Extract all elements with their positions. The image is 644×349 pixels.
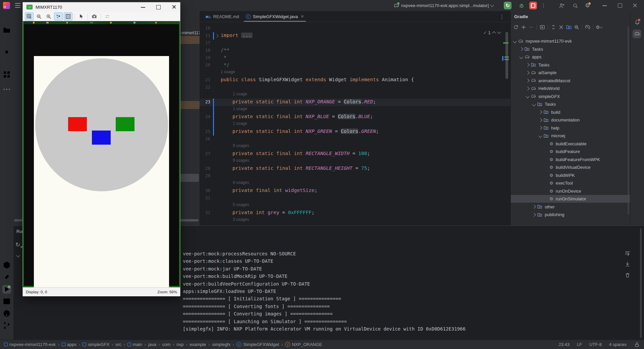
code-with-me-users-icon[interactable]	[559, 3, 565, 10]
chevron-down-icon[interactable]	[526, 94, 529, 98]
collapse-all-icon[interactable]	[558, 24, 564, 30]
services-icon[interactable]	[2, 261, 11, 269]
editor-options-icon[interactable]: ⋮	[499, 14, 504, 20]
code-line[interactable]: 10	[200, 25, 511, 32]
debug-button[interactable]	[518, 2, 525, 9]
tab-README.md[interactable]: M↓README.md	[202, 11, 243, 22]
gradle-stripe-button[interactable]	[633, 30, 641, 38]
gradle-node-apps[interactable]: apps	[511, 53, 630, 61]
settings-icon[interactable]: ⚙	[596, 24, 602, 30]
encoding-widget[interactable]: UTF-8	[589, 342, 602, 347]
window-close-button[interactable]	[633, 3, 637, 8]
gradle-node-help[interactable]: help	[511, 124, 630, 132]
chevron-right-icon[interactable]	[538, 118, 542, 122]
chevron-right-icon[interactable]	[519, 47, 523, 51]
prev-problem-icon[interactable]	[492, 31, 496, 35]
next-problem-icon[interactable]	[497, 30, 501, 34]
chevron-down-icon[interactable]	[538, 134, 542, 138]
chevron-right-icon[interactable]	[526, 79, 529, 82]
clear-icon[interactable]	[625, 272, 631, 278]
gradle-node-documentation[interactable]: documentation	[511, 116, 630, 124]
zoom-region-icon[interactable]	[25, 12, 34, 20]
code-line[interactable]: 22	[200, 84, 511, 91]
terminal-icon[interactable]	[2, 297, 11, 306]
code-line[interactable]: 24 private static final int NXP_BLUE = C…	[200, 113, 511, 121]
code-line[interactable]: 29	[200, 172, 511, 180]
screenshot-icon[interactable]	[90, 12, 99, 20]
chevron-right-icon[interactable]	[532, 205, 536, 208]
chevron-down-icon[interactable]	[519, 55, 523, 59]
gradle-node-Tasks[interactable]: Tasks	[511, 100, 630, 108]
code-line[interactable]: 18/**	[200, 47, 511, 54]
breadcrumb-item[interactable]: com	[162, 342, 171, 347]
project-folder-icon[interactable]	[2, 26, 11, 35]
code-line[interactable]: 21public class SimpleGFXWidget extends W…	[200, 77, 511, 84]
console-scrollbar[interactable]	[640, 229, 642, 338]
breadcrumb-item[interactable]: simplegfx	[212, 342, 230, 347]
code-line[interactable]: 32 private int grey = 0xFFFFFF;	[200, 209, 511, 217]
sim-minimize-button[interactable]	[141, 7, 145, 8]
chevron-right-icon[interactable]	[526, 87, 529, 90]
code-editor[interactable]: 1011import ...1718/**19 *20 */1 usage21p…	[200, 22, 511, 226]
build-icon[interactable]	[2, 273, 11, 282]
code-line[interactable]: 26	[200, 136, 511, 143]
gradle-node-Tasks[interactable]: Tasks	[511, 61, 630, 69]
run-icon[interactable]	[2, 285, 11, 294]
sim-close-button[interactable]	[172, 5, 176, 9]
gradle-node-build[interactable]: build	[511, 108, 630, 116]
soft-wrap-icon[interactable]	[625, 250, 631, 256]
breadcrumb-item[interactable]: fNXP_ORANGE	[285, 342, 322, 347]
offline-mode-icon[interactable]	[585, 24, 591, 30]
branch-icon[interactable]	[2, 321, 11, 330]
remove-icon[interactable]	[528, 24, 534, 30]
gradle-node-nxpvee-mimxrt1170-evk[interactable]: nxpvee-mimxrt1170-evk	[511, 37, 630, 45]
main-menu-icon[interactable]	[15, 3, 20, 8]
lock-icon[interactable]	[634, 342, 640, 348]
breadcrumb-item[interactable]: simpleGFX	[83, 342, 109, 347]
editor-scrollbar[interactable]	[505, 32, 508, 79]
run-task-icon[interactable]	[539, 24, 545, 30]
gradle-node-buildExecutable[interactable]: ⚙buildExecutable	[511, 140, 630, 148]
problems-icon[interactable]	[2, 309, 11, 318]
code-line[interactable]: 27 private static final int RECTANGLE_WI…	[200, 150, 511, 158]
gradle-node-other[interactable]: other	[511, 203, 630, 211]
gradle-node-Tasks[interactable]: Tasks	[511, 45, 630, 53]
tab-SimpleGFXWidget.java[interactable]: CSimpleGFXWidget.java✕	[243, 11, 307, 22]
code-line[interactable]: 25 private static final int NXP_GREEN = …	[200, 128, 511, 136]
window-restore-button[interactable]	[618, 3, 622, 8]
chevron-down-icon[interactable]	[532, 102, 536, 106]
analyze-dependencies-icon[interactable]	[574, 24, 580, 30]
cursor-tool-icon[interactable]	[77, 12, 86, 20]
breadcrumb-item[interactable]: nxp	[176, 342, 183, 347]
code-line[interactable]: 30 private final int widgetSize;	[200, 187, 511, 195]
chevron-right-icon[interactable]	[526, 71, 529, 74]
more-icon[interactable]	[2, 85, 11, 94]
group-modules-icon[interactable]	[566, 24, 572, 30]
window-minimize-button[interactable]	[602, 5, 607, 6]
gradle-node-runOnSimulator[interactable]: ⚙runOnSimulator	[511, 195, 630, 203]
add-icon[interactable]	[521, 24, 527, 30]
inspections-widget[interactable]: ✓ 1	[483, 29, 500, 36]
gradle-node-buildFeatureFromWPK[interactable]: ⚙buildFeatureFromWPK	[511, 156, 630, 163]
line-ending-widget[interactable]: LF	[577, 342, 582, 347]
zoom-in-icon[interactable]	[44, 12, 53, 20]
code-line[interactable]: 19 *	[200, 54, 511, 62]
refresh-icon[interactable]	[513, 24, 519, 30]
scroll-end-icon[interactable]	[625, 261, 631, 267]
gradle-node-buildVirtualDevice[interactable]: ⚙buildVirtualDevice	[511, 163, 630, 171]
breadcrumb-item[interactable]: main	[127, 342, 142, 347]
breadcrumb-item[interactable]: src	[115, 342, 121, 347]
breadcrumb-item[interactable]: nxpvee-mimxrt1170-evk	[4, 342, 56, 347]
rerun-button[interactable]: ↻	[504, 2, 512, 9]
simulated-screen[interactable]	[34, 56, 169, 287]
code-line[interactable]: 28 private static final int RECTANGLE_HE…	[200, 165, 511, 172]
chevron-down-icon[interactable]	[513, 39, 517, 43]
fold-chevron-icon[interactable]	[215, 34, 218, 38]
code-line[interactable]: 23 private static final int NXP_ORANGE =…	[200, 99, 511, 106]
pixels-toggle-icon[interactable]	[54, 12, 63, 20]
close-tab-icon[interactable]: ✕	[301, 14, 304, 19]
chevron-right-icon[interactable]	[538, 110, 542, 114]
chevron-right-icon[interactable]	[532, 213, 536, 216]
simulator-titlebar[interactable]: MIMXRT1170	[23, 2, 180, 12]
gradle-node-runOnDevice[interactable]: ⚙runOnDevice	[511, 187, 630, 195]
